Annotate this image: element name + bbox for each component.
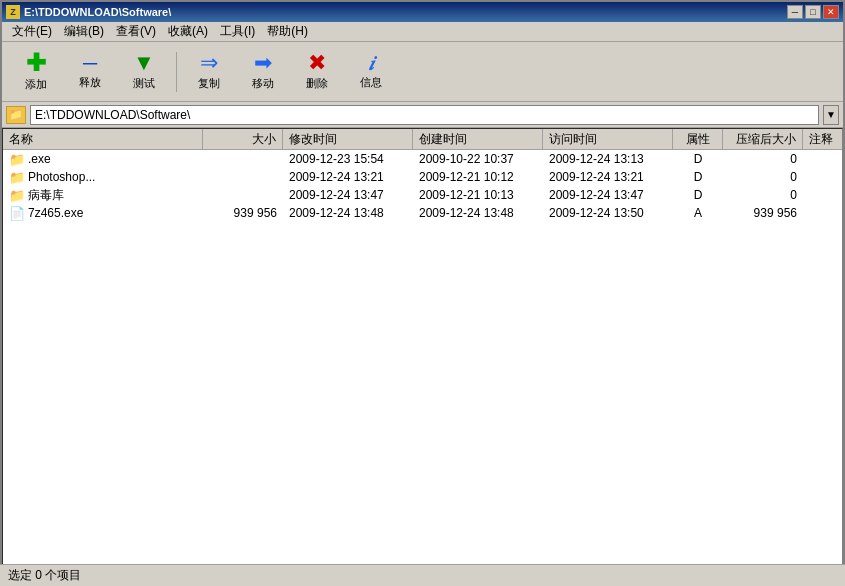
- status-bar: 选定 0 个项目: [0, 564, 845, 586]
- move-label: 移动: [252, 76, 274, 91]
- cell-created: 2009-12-24 13:48: [413, 204, 543, 222]
- cell-compressed: 0: [723, 168, 803, 186]
- maximize-button[interactable]: □: [805, 5, 821, 19]
- cell-modified: 2009-12-24 13:48: [283, 204, 413, 222]
- menu-help[interactable]: 帮助(H): [261, 21, 314, 42]
- header-accessed[interactable]: 访问时间: [543, 129, 673, 149]
- cell-modified: 2009-12-24 13:47: [283, 186, 413, 204]
- header-attr[interactable]: 属性: [673, 129, 723, 149]
- table-row[interactable]: 📄7z465.exe 939 956 2009-12-24 13:48 2009…: [3, 204, 842, 222]
- close-button[interactable]: ✕: [823, 5, 839, 19]
- header-size[interactable]: 大小: [203, 129, 283, 149]
- delete-icon: ✖: [308, 52, 326, 74]
- folder-nav-icon: 📁: [6, 106, 26, 124]
- cell-accessed: 2009-12-24 13:13: [543, 150, 673, 168]
- cell-attr: D: [673, 150, 723, 168]
- cell-name: 📄7z465.exe: [3, 204, 203, 222]
- test-button[interactable]: ▼ 测试: [118, 46, 170, 98]
- minimize-button[interactable]: ─: [787, 5, 803, 19]
- file-list: 名称 大小 修改时间 创建时间 访问时间 属性 压缩后大小 注释 📁.exe 2…: [2, 128, 843, 584]
- cell-attr: A: [673, 204, 723, 222]
- cell-created: 2009-10-22 10:37: [413, 150, 543, 168]
- address-dropdown[interactable]: ▼: [823, 105, 839, 125]
- header-name[interactable]: 名称: [3, 129, 203, 149]
- cell-comment: [803, 168, 843, 186]
- copy-label: 复制: [198, 76, 220, 91]
- window-title: E:\TDDOWNLOAD\Software\: [24, 6, 171, 18]
- cell-attr: D: [673, 186, 723, 204]
- copy-button[interactable]: ⇒ 复制: [183, 46, 235, 98]
- address-bar: 📁 ▼: [2, 102, 843, 128]
- header-comment[interactable]: 注释: [803, 129, 843, 149]
- menu-tools[interactable]: 工具(I): [214, 21, 261, 42]
- release-button[interactable]: ─ 释放: [64, 46, 116, 98]
- cell-accessed: 2009-12-24 13:50: [543, 204, 673, 222]
- cell-modified: 2009-12-23 15:54: [283, 150, 413, 168]
- add-label: 添加: [25, 77, 47, 92]
- release-label: 释放: [79, 75, 101, 90]
- delete-label: 删除: [306, 76, 328, 91]
- menu-edit[interactable]: 编辑(B): [58, 21, 110, 42]
- cell-accessed: 2009-12-24 13:47: [543, 186, 673, 204]
- app-icon: Z: [6, 5, 20, 19]
- header-modified[interactable]: 修改时间: [283, 129, 413, 149]
- cell-name: 📁病毒库: [3, 186, 203, 204]
- cell-modified: 2009-12-24 13:21: [283, 168, 413, 186]
- header-created[interactable]: 创建时间: [413, 129, 543, 149]
- title-bar: Z E:\TDDOWNLOAD\Software\ ─ □ ✕: [2, 2, 843, 22]
- menu-bar: 文件(E) 编辑(B) 查看(V) 收藏(A) 工具(I) 帮助(H): [2, 22, 843, 42]
- move-icon: ➡: [254, 52, 272, 74]
- cell-compressed: 0: [723, 186, 803, 204]
- delete-button[interactable]: ✖ 删除: [291, 46, 343, 98]
- menu-file[interactable]: 文件(E): [6, 21, 58, 42]
- cell-size: [203, 186, 283, 204]
- menu-favorites[interactable]: 收藏(A): [162, 21, 214, 42]
- info-label: 信息: [360, 75, 382, 90]
- menu-view[interactable]: 查看(V): [110, 21, 162, 42]
- cell-created: 2009-12-21 10:13: [413, 186, 543, 204]
- add-icon: ✚: [26, 51, 46, 75]
- cell-name: 📁Photoshop...: [3, 168, 203, 186]
- cell-created: 2009-12-21 10:12: [413, 168, 543, 186]
- cell-comment: [803, 204, 843, 222]
- test-icon: ▼: [133, 52, 155, 74]
- cell-size: [203, 168, 283, 186]
- table-row[interactable]: 📁病毒库 2009-12-24 13:47 2009-12-21 10:13 2…: [3, 186, 842, 204]
- window-controls: ─ □ ✕: [787, 5, 839, 19]
- cell-accessed: 2009-12-24 13:21: [543, 168, 673, 186]
- toolbar-separator-1: [176, 52, 177, 92]
- info-button[interactable]: 𝑖 信息: [345, 46, 397, 98]
- cell-compressed: 939 956: [723, 204, 803, 222]
- cell-attr: D: [673, 168, 723, 186]
- copy-icon: ⇒: [200, 52, 218, 74]
- cell-comment: [803, 186, 843, 204]
- cell-compressed: 0: [723, 150, 803, 168]
- cell-name: 📁.exe: [3, 150, 203, 168]
- info-icon: 𝑖: [368, 53, 374, 73]
- add-button[interactable]: ✚ 添加: [10, 46, 62, 98]
- move-button[interactable]: ➡ 移动: [237, 46, 289, 98]
- address-input[interactable]: [30, 105, 819, 125]
- table-row[interactable]: 📁Photoshop... 2009-12-24 13:21 2009-12-2…: [3, 168, 842, 186]
- status-text: 选定 0 个项目: [8, 567, 81, 584]
- header-compressed[interactable]: 压缩后大小: [723, 129, 803, 149]
- cell-size: 939 956: [203, 204, 283, 222]
- table-row[interactable]: 📁.exe 2009-12-23 15:54 2009-10-22 10:37 …: [3, 150, 842, 168]
- file-rows-container: 📁.exe 2009-12-23 15:54 2009-10-22 10:37 …: [3, 150, 842, 222]
- test-label: 测试: [133, 76, 155, 91]
- cell-comment: [803, 150, 843, 168]
- cell-size: [203, 150, 283, 168]
- file-list-header: 名称 大小 修改时间 创建时间 访问时间 属性 压缩后大小 注释: [3, 129, 842, 150]
- release-icon: ─: [83, 53, 97, 73]
- toolbar: ✚ 添加 ─ 释放 ▼ 测试 ⇒ 复制 ➡ 移动 ✖ 删除 𝑖 信息: [2, 42, 843, 102]
